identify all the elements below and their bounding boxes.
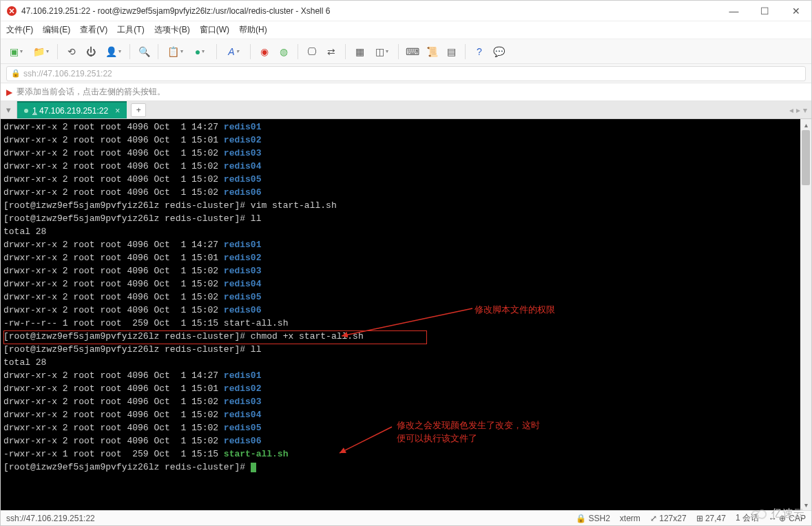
address-bar: 🔒 ssh://47.106.219.251:22 [1,64,811,83]
titlebar: 47.106.219.251:22 - root@izwz9ef5sjam9pv… [1,1,811,21]
layout2-icon[interactable]: ◫▾ [372,45,391,59]
new-tab-button[interactable]: + [131,103,146,117]
scroll-up-icon[interactable]: ▴ [800,119,811,130]
tab-menu-icon[interactable]: ▾ [803,105,807,115]
hint-text: 要添加当前会话，点击左侧的箭头按钮。 [17,86,165,98]
layout1-icon[interactable]: ▦ [353,45,366,59]
window-title: 47.106.219.251:22 - root@izwz9ef5sjam9pv… [21,6,718,16]
session-tab[interactable]: 1 47.106.219.251:22 × [17,101,127,118]
menu-view[interactable]: 查看(V) [80,24,107,36]
tab-close-icon[interactable]: × [115,106,120,116]
copy-icon[interactable]: 📋▾ [165,45,185,59]
script-icon[interactable]: 📜 [425,45,439,59]
menu-tabs[interactable]: 选项卡(B) [154,24,190,36]
terminal[interactable]: drwxr-xr-x 2 root root 4096 Oct 1 14:27 … [1,119,800,510]
menu-window[interactable]: 窗口(W) [200,24,229,36]
tile-icon[interactable]: ▤ [444,45,458,59]
xagent-icon[interactable]: ◉ [258,45,271,59]
menu-edit[interactable]: 编辑(E) [43,24,70,36]
maximize-button[interactable]: ☐ [749,1,780,21]
status-size: ⤢ 127x27 [650,514,687,523]
reconnect-icon[interactable]: ⟲ [65,45,79,59]
scrollbar[interactable]: ▴ ▾ [800,119,811,510]
tab-prev-icon[interactable]: ◂ [789,105,793,115]
hint-bar: ▶ 要添加当前会话，点击左侧的箭头按钮。 [1,83,811,101]
flag-icon: ▶ [6,87,12,97]
address-text: ssh://47.106.219.251:22 [23,69,112,78]
menu-file[interactable]: 文件(F) [6,24,33,36]
tab-strip: ▾ 1 47.106.219.251:22 × + ◂ ▸ ▾ [1,101,811,119]
scroll-thumb[interactable] [802,130,810,185]
profile-icon[interactable]: 👤▾ [103,45,123,59]
find-icon[interactable]: 🔍 [137,45,151,59]
menu-tools[interactable]: 工具(T) [117,24,144,36]
feedback-icon[interactable]: 💬 [492,45,506,59]
status-bar: ssh://47.106.219.251:22 🔒 SSH2 xterm ⤢ 1… [1,510,811,525]
toolbar: ▣▾ 📁▾ ⟲ ⏻ 👤▾ 🔍 📋▾ ●▾ A▾ ◉ ◍ 🖵 ⇄ ▦ ◫▾ ⌨ 📜… [1,39,811,64]
status-term: xterm [620,514,641,523]
disconnect-icon[interactable]: ⏻ [84,45,98,59]
screen-icon[interactable]: 🖵 [305,45,319,59]
status-address: ssh://47.106.219.251:22 [6,514,95,523]
tab-next-icon[interactable]: ▸ [796,105,800,115]
highlight-icon[interactable]: ●▾ [190,45,209,59]
font-icon[interactable]: A▾ [224,45,243,59]
xftp-icon[interactable]: ◍ [277,45,291,59]
minimize-button[interactable]: ― [718,1,749,21]
status-pos: ⊞ 27,47 [696,514,726,523]
open-session-button[interactable]: 📁▾ [31,45,50,59]
help-icon[interactable]: ? [472,45,486,59]
watermark: 亿速云 [751,507,804,521]
address-input[interactable]: 🔒 ssh://47.106.219.251:22 [6,66,806,81]
lock-icon: 🔒 [576,514,586,523]
transfer-icon[interactable]: ⇄ [324,45,338,59]
tab-list-button[interactable]: ▾ [1,101,17,118]
close-button[interactable]: ✕ [780,1,811,21]
menu-help[interactable]: 帮助(H) [239,24,267,36]
menubar: 文件(F) 编辑(E) 查看(V) 工具(T) 选项卡(B) 窗口(W) 帮助(… [1,21,811,39]
tab-label: 1 47.106.219.251:22 [32,106,108,116]
lock-icon: 🔒 [11,69,21,78]
keyboard-icon[interactable]: ⌨ [406,45,419,59]
new-session-button[interactable]: ▣▾ [6,45,25,59]
app-icon [6,6,17,17]
status-dot-icon [24,109,28,113]
status-ssh: 🔒 SSH2 [576,514,610,523]
